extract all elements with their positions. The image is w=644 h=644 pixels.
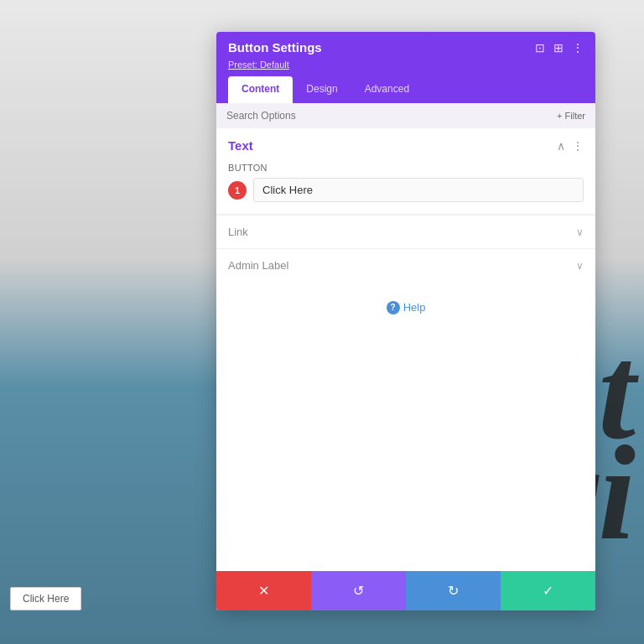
- admin-label-text: Admin Label: [228, 259, 288, 272]
- link-chevron-icon: ∨: [576, 226, 584, 238]
- redo-button[interactable]: ↻: [406, 571, 501, 610]
- field-number-badge: 1: [228, 181, 247, 200]
- panel-header-top: Button Settings ⊡ ⊞ ⋮: [228, 40, 584, 55]
- undo-button[interactable]: ↺: [311, 571, 406, 610]
- text-section-content: Button 1: [216, 163, 595, 214]
- save-button[interactable]: ✓: [501, 571, 595, 610]
- help-link[interactable]: ? Help: [387, 301, 426, 314]
- help-section: ? Help: [216, 282, 595, 331]
- panel-footer: ✕ ↺ ↻ ✓: [216, 571, 595, 610]
- link-section[interactable]: Link ∨: [216, 215, 595, 248]
- panel-tabs: Content Design Advanced: [228, 76, 584, 103]
- layout-icon[interactable]: ⊞: [553, 41, 564, 55]
- panel-header: Button Settings ⊡ ⊞ ⋮ Preset: Default Co…: [216, 32, 595, 103]
- link-label: Link: [228, 226, 248, 238]
- admin-label-chevron-icon: ∨: [576, 260, 584, 272]
- button-text-input[interactable]: [253, 178, 584, 202]
- panel-body: Text ∧ ⋮ Button 1 Link ∨ Admin Label ∨: [216, 128, 595, 571]
- search-input[interactable]: [226, 110, 557, 122]
- text-section: Text ∧ ⋮ Button 1: [216, 128, 595, 215]
- button-settings-panel: Button Settings ⊡ ⊞ ⋮ Preset: Default Co…: [216, 32, 595, 610]
- text-section-title: Text: [228, 138, 253, 153]
- panel-icon-group: ⊡ ⊞ ⋮: [535, 41, 584, 55]
- tab-advanced[interactable]: Advanced: [351, 76, 423, 103]
- button-field-row: 1: [228, 178, 584, 202]
- panel-preset: Preset: Default: [228, 60, 584, 70]
- preview-click-here-button[interactable]: Click Here: [10, 587, 81, 610]
- tab-design[interactable]: Design: [293, 76, 351, 103]
- filter-button[interactable]: + Filter: [557, 111, 585, 121]
- text-section-header: Text ∧ ⋮: [216, 128, 595, 163]
- button-field-label: Button: [228, 163, 584, 173]
- section-more-icon[interactable]: ⋮: [572, 139, 584, 153]
- panel-title: Button Settings: [228, 40, 322, 55]
- help-circle-icon: ?: [387, 301, 400, 314]
- cancel-button[interactable]: ✕: [216, 571, 311, 610]
- search-bar: + Filter: [216, 103, 595, 128]
- text-section-actions: ∧ ⋮: [557, 139, 584, 153]
- help-label: Help: [403, 301, 426, 314]
- more-icon[interactable]: ⋮: [572, 41, 584, 55]
- collapse-icon[interactable]: ∧: [557, 139, 565, 153]
- expand-icon[interactable]: ⊡: [535, 41, 545, 55]
- admin-label-section[interactable]: Admin Label ∨: [216, 248, 595, 282]
- tab-content[interactable]: Content: [228, 76, 293, 103]
- preset-link[interactable]: Preset: Default: [228, 60, 289, 70]
